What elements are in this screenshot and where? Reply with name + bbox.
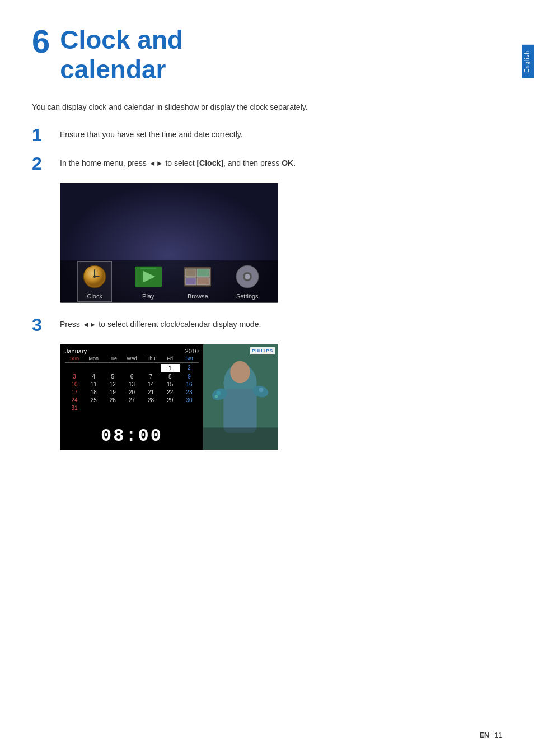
svg-point-4	[93, 276, 96, 278]
svg-point-29	[214, 395, 218, 398]
svg-rect-18	[237, 276, 242, 278]
cal-day-4: 4	[84, 373, 103, 380]
cal-day-6: 6	[122, 373, 141, 380]
menu-item-settings[interactable]: Settings	[234, 263, 261, 300]
play-menu-label: Play	[142, 293, 154, 300]
menu-item-play[interactable]: Play	[135, 263, 162, 300]
menu-item-browse[interactable]: Browse	[184, 263, 211, 300]
calendar-screenshot: January 2010 Sun Mon Tue Wed Thu Fri Sat…	[60, 344, 278, 450]
step-3-text: Press ◄► to select different clock/calen…	[60, 315, 261, 330]
day-mon: Mon	[84, 356, 103, 361]
philips-brand: PHILIPS	[250, 347, 275, 354]
menu-item-clock[interactable]: Clock	[77, 261, 112, 302]
menu-screenshot: Clock Play	[60, 183, 278, 303]
clock-bracket-label: [Clock]	[196, 158, 223, 167]
step-2-number: 2	[32, 154, 60, 174]
cal-day-empty	[180, 404, 199, 412]
cal-day-empty	[103, 404, 122, 412]
cal-day-empty	[84, 404, 103, 412]
intro-text: You can display clock and calendar in sl…	[32, 101, 345, 113]
page-number: 11	[495, 731, 502, 739]
step-2: 2 In the home menu, press ◄► to select […	[32, 154, 512, 174]
svg-point-28	[216, 391, 221, 395]
cal-day-3: 3	[65, 373, 84, 380]
clock-menu-label: Clock	[87, 293, 102, 300]
settings-icon	[236, 265, 259, 288]
chapter-heading: 6 Clock and calendar	[32, 25, 512, 85]
day-sun: Sun	[65, 356, 84, 361]
cal-day-27: 27	[122, 396, 141, 404]
main-content: 6 Clock and calendar You can display clo…	[32, 0, 512, 450]
cal-day-empty	[142, 364, 161, 372]
cal-day-16: 16	[180, 381, 199, 388]
cal-day-19: 19	[103, 389, 122, 396]
cal-day-11: 11	[84, 381, 103, 388]
language-tab: English	[522, 45, 534, 78]
cal-day-20: 20	[122, 389, 141, 396]
page-language: EN	[480, 731, 489, 739]
cal-day-26: 26	[103, 396, 122, 404]
cal-day-31: 31	[65, 404, 84, 412]
day-sat: Sat	[180, 356, 199, 361]
step-3-number: 3	[32, 315, 60, 335]
cal-day-18: 18	[84, 389, 103, 396]
svg-rect-12	[197, 278, 209, 285]
cal-day-28: 28	[142, 396, 161, 404]
step-1: 1 Ensure that you have set the time and …	[32, 125, 512, 145]
play-icon	[135, 266, 162, 287]
cal-day-7: 7	[142, 373, 161, 380]
step-1-number: 1	[32, 125, 60, 145]
calendar-panel: January 2010 Sun Mon Tue Wed Thu Fri Sat…	[60, 344, 203, 450]
cal-day-8: 8	[161, 373, 180, 380]
play-menu-icon	[135, 263, 162, 290]
browse-icon	[184, 266, 211, 287]
browse-menu-icon	[184, 263, 211, 290]
cal-day-29: 29	[161, 396, 180, 404]
cal-day-21: 21	[142, 389, 161, 396]
menu-items-bar: Clock Play	[60, 260, 278, 302]
cal-day-empty	[84, 364, 103, 372]
calendar-year: 2010	[185, 348, 199, 354]
day-fri: Fri	[161, 356, 180, 361]
day-thu: Thu	[142, 356, 161, 361]
cal-day-22: 22	[161, 389, 180, 396]
settings-menu-label: Settings	[236, 293, 259, 300]
calendar-grid: 1 2 3 4 5 6 7 8 9 10 11 12 13 14 15 16 1…	[65, 364, 199, 412]
cal-day-17: 17	[65, 389, 84, 396]
svg-rect-16	[246, 267, 249, 271]
svg-rect-11	[186, 278, 196, 285]
svg-rect-17	[246, 282, 249, 287]
svg-rect-31	[203, 428, 278, 450]
cal-day-1: 1	[161, 364, 180, 372]
cal-day-empty	[161, 404, 180, 412]
cal-day-5: 5	[103, 373, 122, 380]
chapter-number: 6	[32, 25, 50, 58]
calendar-month: January	[65, 348, 87, 354]
clock-icon	[82, 264, 107, 289]
cal-day-14: 14	[142, 381, 161, 388]
cal-day-13: 13	[122, 381, 141, 388]
cal-day-empty	[122, 404, 141, 412]
settings-menu-icon	[234, 263, 261, 290]
day-tue: Tue	[103, 356, 122, 361]
calendar-days-header: Sun Mon Tue Wed Thu Fri Sat	[65, 356, 199, 363]
cal-day-2: 2	[180, 364, 199, 372]
svg-rect-19	[253, 276, 257, 278]
clock-menu-icon	[81, 263, 108, 290]
photo-panel: PHILIPS	[203, 344, 278, 450]
cal-day-15: 15	[161, 381, 180, 388]
ok-label: OK	[282, 158, 293, 167]
cal-day-25: 25	[84, 396, 103, 404]
svg-rect-10	[197, 269, 209, 277]
cal-day-23: 23	[180, 389, 199, 396]
svg-rect-9	[186, 269, 196, 277]
photo-image	[203, 344, 278, 450]
svg-point-24	[230, 361, 250, 384]
cal-day-empty	[122, 364, 141, 372]
calendar-header: January 2010	[65, 348, 199, 354]
cal-day-9: 9	[180, 373, 199, 380]
step-1-text: Ensure that you have set the time and da…	[60, 125, 243, 141]
clock-time-display: 08:00	[60, 426, 203, 446]
cal-day-30: 30	[180, 396, 199, 404]
cal-day-empty	[103, 364, 122, 372]
